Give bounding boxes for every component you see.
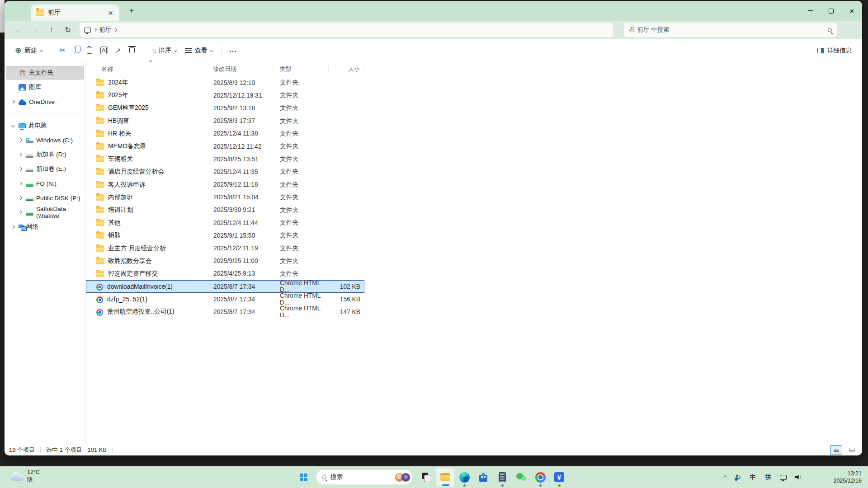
column-header-date[interactable]: 修改日期: [209, 63, 274, 75]
details-view-toggle[interactable]: [830, 445, 842, 455]
running-indicator: [501, 484, 504, 487]
new-button[interactable]: 新建: [11, 43, 47, 58]
file-row[interactable]: HB调查 2025/8/3 17:37 文件夹: [86, 115, 364, 127]
sidebar-item[interactable]: OneDrive: [6, 95, 84, 108]
file-row[interactable]: 培训计划 2025/3/30 9:21 文件夹: [86, 204, 364, 216]
file-row[interactable]: 酒店月度经营分析会 2025/12/4 11:35 文件夹: [86, 165, 364, 178]
chevron-right-icon: [93, 28, 97, 32]
file-row[interactable]: 智选固定资产移交 2025/4/25 9:13 文件夹: [86, 267, 364, 280]
file-row[interactable]: 钥匙 2025/9/1 15:50 文件夹: [86, 229, 364, 242]
sort-button[interactable]: 排序: [147, 43, 181, 58]
file-row[interactable]: 业主方 月度经营分析 2025/12/2 11:19 文件夹: [86, 242, 364, 254]
large-icons-view-toggle[interactable]: [845, 445, 858, 455]
sidebar-item[interactable]: 新加卷 (D:): [6, 148, 84, 161]
file-row[interactable]: 其他 2025/12/4 11:44 文件夹: [86, 216, 364, 229]
close-button[interactable]: ×: [841, 1, 862, 21]
sidebar-item-icon: [26, 212, 33, 216]
search-input[interactable]: 在 前厅 中搜索: [624, 23, 837, 37]
taskbar-app-button[interactable]: [531, 467, 550, 487]
taskbar-app-button[interactable]: [417, 467, 436, 487]
column-header-name[interactable]: 名称: [86, 63, 209, 75]
tab-close-icon[interactable]: ×: [106, 8, 115, 18]
sidebar-item[interactable]: FO (N:): [6, 177, 84, 190]
share-button[interactable]: [111, 44, 125, 57]
taskbar-clock[interactable]: 13:21 2025/12/16: [833, 470, 862, 485]
maximize-button[interactable]: [821, 1, 841, 21]
file-row[interactable]: 车辆相关 2025/8/25 13:51 文件夹: [86, 153, 364, 165]
taskbar-app-button[interactable]: [455, 467, 474, 487]
volume-button[interactable]: [795, 475, 801, 480]
file-row[interactable]: 贵州航空港投资..公司(1) 2025/8/7 17:34 Chrome HTM…: [86, 305, 364, 318]
delete-button[interactable]: [125, 44, 139, 56]
breadcrumb[interactable]: 前厅: [80, 23, 613, 37]
chevron-icon[interactable]: [19, 153, 22, 156]
minimize-button[interactable]: [800, 1, 821, 21]
file-row[interactable]: 致胜指数分享会 2025/9/25 11:00 文件夹: [86, 255, 364, 267]
refresh-button[interactable]: [60, 23, 76, 37]
file-name: 钥匙: [108, 231, 121, 239]
chevron-icon[interactable]: [19, 182, 22, 185]
file-row[interactable]: 内部加班 2025/8/21 15:04 文件夹: [86, 191, 364, 204]
weather-widget[interactable]: 12°C 阴: [10, 469, 40, 483]
chevron-icon[interactable]: [19, 167, 22, 171]
network-icon[interactable]: [780, 475, 787, 480]
taskbar-search[interactable]: 搜索: [316, 469, 413, 485]
sidebar-item[interactable]: SaflokData (\\hakwe: [6, 206, 84, 219]
up-button[interactable]: [43, 23, 60, 37]
file-row[interactable]: MEMO备忘录 2025/12/12 11:42 文件夹: [86, 140, 364, 153]
sidebar-item[interactable]: 主文件夹: [6, 66, 84, 80]
sidebar-item[interactable]: 新加卷 (E:): [6, 162, 84, 176]
taskbar-app-button[interactable]: [512, 467, 531, 487]
sidebar-item[interactable]: 图库: [6, 80, 84, 94]
taskbar-app-button[interactable]: [474, 467, 493, 487]
sync-tray-icon[interactable]: [735, 473, 741, 481]
taskbar-app-icon: [439, 471, 451, 483]
breadcrumb-folder[interactable]: 前厅: [99, 26, 111, 34]
copy-button[interactable]: [70, 44, 83, 56]
column-header-size[interactable]: 大小: [329, 63, 363, 75]
chevron-icon[interactable]: [11, 100, 15, 103]
file-type-icon: [96, 182, 104, 188]
sidebar-item[interactable]: 网络: [6, 220, 84, 234]
paste-button[interactable]: [83, 44, 96, 57]
ime-language-indicator[interactable]: 中: [750, 473, 756, 482]
view-button[interactable]: 查看: [181, 43, 217, 58]
rename-button[interactable]: A: [96, 43, 111, 58]
details-pane-button[interactable]: 详细信息: [813, 43, 856, 58]
chevron-icon[interactable]: [11, 225, 15, 229]
chevron-icon[interactable]: [19, 138, 22, 142]
search-icon[interactable]: [828, 28, 832, 32]
file-row[interactable]: HR 相关 2025/12/4 11:38 文件夹: [86, 127, 364, 140]
ime-mode-indicator[interactable]: 拼: [765, 473, 772, 482]
divider: [221, 45, 222, 56]
taskbar-app-button[interactable]: [436, 467, 455, 487]
chevron-icon[interactable]: [19, 211, 22, 214]
chevron-icon[interactable]: [19, 196, 22, 200]
file-row[interactable]: dzfp_25..52(1) 2025/8/7 17:34 Chrome HTM…: [86, 293, 364, 305]
file-row[interactable]: GEM检查2025 2025/9/2 13:18 文件夹: [86, 102, 364, 114]
sidebar-item[interactable]: 此电脑: [6, 119, 84, 132]
column-header-type[interactable]: 类型: [274, 63, 329, 75]
file-name: HR 相关: [108, 130, 131, 138]
file-row[interactable]: 2024年 2025/8/3 12:10 文件夹: [86, 76, 364, 89]
more-button[interactable]: [226, 44, 241, 57]
new-tab-button[interactable]: +: [126, 5, 137, 16]
start-button[interactable]: [295, 468, 312, 486]
file-row[interactable]: 2025年 2025/12/12 19:31 文件夹: [86, 89, 364, 102]
sidebar-item[interactable]: Windows (C:): [6, 133, 84, 147]
sidebar-item[interactable]: Public DISK (P:): [6, 191, 84, 205]
file-name: 业主方 月度经营分析: [108, 244, 166, 253]
taskbar-app-button[interactable]: [493, 467, 512, 487]
cut-button[interactable]: [55, 44, 69, 57]
file-type: 文件夹: [274, 168, 329, 176]
file-row[interactable]: 客人投诉申诉 2025/9/12 11:18 文件夹: [86, 178, 364, 191]
file-row[interactable]: downloadMailInvoice(1) 2025/8/7 17:34 Ch…: [86, 280, 364, 293]
show-hidden-icons-button[interactable]: [723, 475, 727, 479]
taskbar-app-button[interactable]: [550, 467, 569, 487]
file-name: 培训计划: [108, 206, 133, 214]
forward-button[interactable]: [27, 23, 43, 37]
explorer-tab[interactable]: 前厅 ×: [31, 5, 119, 21]
chevron-icon[interactable]: [11, 124, 15, 127]
file-date-modified: 2025/12/4 11:44: [210, 220, 274, 226]
back-button[interactable]: [11, 23, 27, 37]
